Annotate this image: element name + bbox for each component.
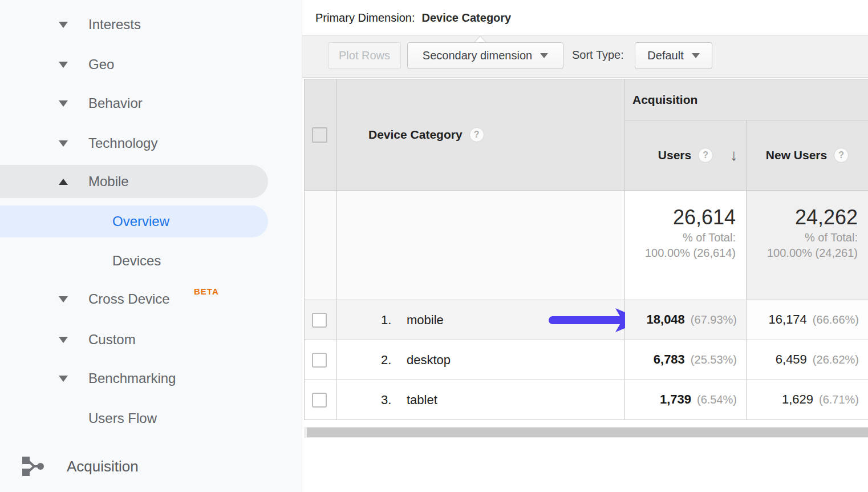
sidebar-item-overview-selected[interactable]: Overview [0, 205, 268, 237]
primary-dimension-bar: Primary Dimension: Device Category [302, 0, 868, 35]
users-total-pct-label: % of Total: [625, 230, 736, 245]
row-category-link[interactable]: desktop [407, 353, 451, 368]
help-icon[interactable]: ? [698, 148, 713, 163]
chevron-down-icon [59, 376, 68, 382]
sidebar-item-label: Benchmarking [88, 370, 176, 386]
dimension-column-header[interactable]: Device Category ? [337, 79, 625, 191]
row-new-users-cell: 6,459 (26.62%) [747, 340, 868, 380]
totals-users-cell: 26,614 % of Total: 100.00% (26,614) [625, 191, 747, 300]
row-dimension-cell: 1. mobile [337, 300, 625, 340]
table-header: Device Category ? Acquisition Users ? ↓ [305, 79, 868, 191]
row-new-users-cell: 16,174 (66.66%) [747, 300, 868, 340]
sidebar-item-interests[interactable]: Interests [0, 9, 268, 41]
new-users-pct: (6.71%) [819, 393, 859, 406]
sidebar-section-label: Acquisition [67, 458, 139, 475]
sidebar-item-label: Technology [88, 135, 157, 151]
sidebar-section-acquisition[interactable]: Acquisition [0, 450, 268, 482]
row-checkbox-cell [305, 380, 337, 420]
dimension-header-label: Device Category [368, 128, 463, 142]
row-index: 1. [381, 313, 391, 328]
sidebar-item-technology[interactable]: Technology [0, 127, 268, 159]
chevron-down-icon [59, 140, 68, 147]
sidebar-item-users-flow[interactable]: Users Flow [0, 402, 268, 434]
users-pct: (6.54%) [697, 393, 737, 406]
table-row: 3. tablet 1,739 (6.54%) 1,629 (6.71%) [305, 380, 868, 420]
sidebar-item-custom[interactable]: Custom [0, 324, 268, 356]
users-pct: (25.53%) [691, 353, 737, 366]
new-users-value: 6,459 [776, 352, 807, 367]
users-header-label: Users [658, 148, 691, 162]
new-users-header-label: New Users [766, 148, 827, 162]
new-users-total-pct-value: 100.00% (24,261) [747, 245, 858, 261]
chevron-down-icon [59, 337, 68, 343]
users-value: 6,783 [654, 352, 685, 367]
chevron-down-icon [59, 296, 68, 303]
primary-dimension-value[interactable]: Device Category [421, 11, 511, 25]
sort-descending-icon[interactable]: ↓ [730, 146, 738, 164]
sidebar-item-mobile[interactable]: Mobile [0, 165, 268, 198]
sidebar-item-behavior[interactable]: Behavior [0, 87, 268, 119]
table-row: 1. mobile 18,048 (67.93%) 16,174 (66.66%… [305, 300, 868, 340]
sidebar-item-cross-device[interactable]: Cross Device BETA [0, 283, 268, 315]
secondary-dimension-label: Secondary dimension [423, 49, 532, 62]
sort-type-dropdown[interactable]: Default [635, 42, 712, 69]
new-users-column-header[interactable]: New Users ? [747, 120, 868, 191]
row-category-link[interactable]: mobile [407, 313, 444, 328]
secondary-dimension-dropdown[interactable]: Secondary dimension [407, 42, 563, 69]
sidebar-item-label: Behavior [88, 95, 143, 111]
sidebar-item-label: Geo [88, 57, 114, 72]
sidebar-item-label: Users Flow [88, 410, 157, 426]
sidebar-item-label: Interests [88, 17, 141, 33]
row-checkbox[interactable] [312, 393, 327, 408]
metric-group: Acquisition Users ? ↓ New Users ? [625, 79, 868, 191]
new-users-total-pct-label: % of Total: [747, 230, 858, 245]
help-icon[interactable]: ? [469, 127, 484, 142]
beta-badge: BETA [194, 287, 219, 296]
row-checkbox[interactable] [312, 353, 327, 368]
caret-down-icon [540, 53, 548, 58]
row-checkbox-cell [305, 340, 337, 380]
row-checkbox-cell [305, 300, 337, 340]
select-all-checkbox[interactable] [312, 127, 327, 143]
table-row: 2. desktop 6,783 (25.53%) 6,459 (26.62%) [305, 340, 868, 380]
new-users-pct: (66.66%) [813, 313, 859, 326]
plot-rows-button[interactable]: Plot Rows [328, 42, 401, 69]
sidebar-item-devices[interactable]: Devices [0, 245, 268, 277]
users-value: 18,048 [647, 312, 685, 327]
help-icon[interactable]: ? [834, 148, 849, 163]
sidebar-item-label: Cross Device [88, 291, 170, 307]
sidebar-item-label: Mobile [88, 174, 129, 189]
chevron-down-icon [59, 100, 68, 107]
row-dimension-cell: 2. desktop [337, 340, 625, 380]
row-category-link[interactable]: tablet [407, 393, 437, 408]
chevron-down-icon [59, 22, 68, 28]
ga-report-page: Interests Geo Behavior Technology Mobile… [0, 0, 868, 492]
new-users-value: 1,629 [782, 392, 813, 407]
sidebar-item-geo[interactable]: Geo [0, 49, 268, 80]
users-pct: (67.93%) [691, 313, 737, 326]
totals-new-users-cell: 24,262 % of Total: 100.00% (24,261) [747, 191, 868, 300]
acquisition-icon [22, 456, 46, 477]
row-users-cell: 1,739 (6.54%) [625, 380, 747, 420]
totals-checkbox-cell [305, 191, 337, 300]
row-index: 3. [381, 393, 391, 408]
sort-type-label: Sort Type: [572, 49, 624, 62]
horizontal-scrollbar-thumb[interactable] [307, 428, 868, 437]
row-dimension-cell: 3. tablet [337, 380, 625, 420]
new-users-value: 16,174 [769, 312, 807, 327]
caret-down-icon [692, 53, 700, 58]
totals-dimension-cell [337, 191, 625, 300]
device-category-table: Device Category ? Acquisition Users ? ↓ [304, 79, 868, 420]
sidebar-item-label: Devices [112, 253, 161, 269]
row-index: 2. [381, 353, 391, 368]
users-total: 26,614 [625, 204, 736, 230]
row-users-cell: 6,783 (25.53%) [625, 340, 747, 380]
users-total-pct-value: 100.00% (26,614) [625, 245, 736, 261]
users-column-header[interactable]: Users ? ↓ [625, 120, 747, 191]
sidebar-item-label: Overview [112, 213, 169, 229]
sidebar-item-benchmarking[interactable]: Benchmarking [0, 362, 268, 394]
group-header-label: Acquisition [632, 93, 697, 107]
row-checkbox[interactable] [312, 313, 327, 328]
new-users-total: 24,262 [747, 204, 858, 230]
horizontal-scrollbar-track[interactable] [304, 427, 868, 438]
